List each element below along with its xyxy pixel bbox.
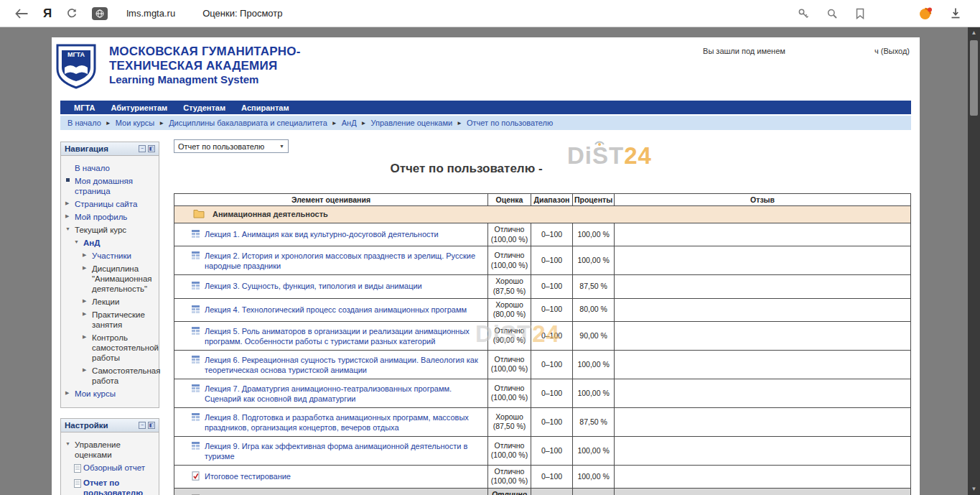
download-icon[interactable] (950, 7, 961, 19)
grade-percent-value: (90,00 %) (490, 336, 529, 346)
chevron-down-icon: ▼ (279, 144, 284, 149)
grade-item-link[interactable]: Лекция 7. Драматургия анимационно-театра… (205, 384, 452, 403)
feedback-value (615, 246, 911, 275)
grade-item-link[interactable]: Лекция 5. Роль аниматоров в организации … (205, 327, 470, 346)
logout-link[interactable]: ч (Выход) (874, 47, 910, 55)
percent-value: 87,50 % (573, 407, 615, 436)
breadcrumb-separator-icon: ► (332, 120, 337, 126)
grade-item-link[interactable]: Лекция 6. Рекреационная сущность туристс… (205, 356, 478, 374)
main-content: Отчет по пользователю ▼ DiST24 Отчет по … (174, 139, 911, 495)
tree-item[interactable]: ▶Практические занятия (63, 310, 157, 330)
grade-value: Отлично (490, 326, 529, 336)
grade-item-link[interactable]: Лекция 3. Сущность, функция, типология и… (205, 282, 422, 290)
tree-item[interactable]: Моя домашняя страница (63, 176, 157, 196)
tree-item-label: Страницы сайта (75, 199, 137, 209)
tree-spacer (65, 163, 75, 165)
reload-icon[interactable] (66, 8, 78, 19)
tree-item-label: Самостоятельная работа (92, 366, 160, 386)
grade-table-body: Анимационная деятельностьЛекция 1. Анима… (174, 206, 911, 495)
block-collapse-icon[interactable]: − (139, 145, 146, 152)
breadcrumb-link[interactable]: АнД (342, 119, 357, 127)
main-nav-item[interactable]: МГТА (66, 103, 103, 112)
grade-item-link[interactable]: Лекция 2. История и хронология массовых … (205, 251, 475, 270)
range-value: 0–100 (531, 246, 573, 275)
scrollbar-thumb[interactable] (970, 40, 978, 116)
login-prefix: Вы зашли под именем (703, 47, 785, 55)
grade-item-link[interactable]: Лекция 4. Технологический процесс создан… (205, 305, 467, 314)
grade-cell: Отлично(100,00 %) (488, 465, 531, 488)
grade-item-row: Лекция 6. Рекреационная сущность туристс… (174, 350, 911, 379)
report-page-icon (74, 478, 83, 490)
range-value: 0–100 (531, 465, 573, 488)
site-title-line1: МОСКОВСКАЯ ГУМАНИТАРНО- (109, 45, 301, 59)
percent-value: 100,00 % (573, 465, 615, 488)
scrollbar-down-icon[interactable]: ▼ (968, 484, 980, 495)
tree-item[interactable]: ▶Мой профиль (63, 212, 157, 222)
chevron-right-icon: ▶ (65, 389, 75, 397)
grade-item-link[interactable]: Лекция 8. Подготовка и разработка анимац… (205, 413, 469, 432)
site-header: МГТА МОСКОВСКАЯ ГУМАНИТАРНО- ТЕХНИЧЕСКАЯ… (52, 37, 920, 101)
breadcrumb-link[interactable]: Отчет по пользователю (467, 119, 553, 127)
tree-item-label: Текущий курс (75, 225, 126, 235)
password-manager-key-icon[interactable] (798, 8, 809, 19)
tree-item[interactable]: ▶Дисциплина "Анимационная деятельность" (63, 264, 157, 294)
chevron-right-icon: ▶ (65, 212, 75, 220)
tree-item[interactable]: ▼АнД (63, 238, 157, 248)
grade-item-link[interactable]: Лекция 9. Игра как эффективная форма ани… (205, 442, 467, 461)
tree-item-label: Управление оценками (75, 440, 157, 460)
tree-item-label: Дисциплина "Анимационная деятельность" (92, 264, 157, 294)
breadcrumb-link[interactable]: Дисциплины бакалавриата и специалитета (169, 119, 327, 127)
yandex-browser-icon[interactable]: Я (43, 6, 52, 21)
grade-item-link[interactable]: Итоговое тестирование (205, 472, 291, 481)
yandex-services-notification-icon[interactable] (918, 6, 933, 21)
chevron-right-icon: ▶ (83, 333, 92, 341)
column-header: Диапазон (531, 194, 573, 206)
range-value: 0–100 (531, 436, 573, 465)
range-value: 0–100 (531, 407, 573, 436)
tree-item[interactable]: ▼Текущий курс (63, 225, 157, 235)
feedback-value (615, 350, 911, 379)
main-nav-item[interactable]: Абитуриентам (103, 103, 175, 112)
grade-value: Отлично (490, 384, 529, 394)
main-nav: МГТААбитуриентамСтудентамАспирантам (60, 101, 911, 114)
tree-item[interactable]: Обзорный отчет (63, 463, 157, 475)
lesson-icon (191, 441, 200, 452)
grade-item-link[interactable]: Лекция 1. Анимация как вид культурно-дос… (205, 230, 439, 239)
tree-item[interactable]: ▶Страницы сайта (63, 199, 157, 209)
main-nav-item[interactable]: Аспирантам (233, 103, 297, 112)
window-scrollbar[interactable]: ▲ ▼ (968, 27, 980, 495)
breadcrumb-link[interactable]: В начало (67, 119, 101, 127)
search-icon[interactable] (826, 8, 838, 19)
lesson-icon (191, 355, 200, 366)
breadcrumb-separator-icon: ► (106, 120, 111, 126)
scrollbar-up-icon[interactable]: ▲ (968, 27, 980, 39)
tree-item[interactable]: ▶Самостоятельная работа (63, 366, 157, 386)
grade-percent-value: (100,00 %) (490, 450, 529, 461)
block-collapse-icon[interactable]: − (139, 422, 146, 429)
tree-item[interactable]: В начало (63, 163, 157, 173)
settings-block-header: Настройки − ◧ (61, 419, 159, 432)
address-bar-url[interactable]: lms.mgta.ru (126, 8, 175, 19)
settings-block: Настройки − ◧ ▼Управление оценкамиОбзорн… (60, 418, 159, 495)
breadcrumb-link[interactable]: Мои курсы (116, 119, 154, 127)
folder-icon (193, 209, 205, 220)
tree-item[interactable]: ▶Мои курсы (63, 389, 157, 399)
block-dock-icon[interactable]: ◧ (148, 422, 155, 429)
main-nav-item[interactable]: Студентам (175, 103, 233, 112)
bookmark-flag-icon[interactable] (855, 8, 865, 19)
tree-item[interactable]: Отчет по пользователю (63, 478, 157, 495)
block-dock-icon[interactable]: ◧ (148, 145, 155, 152)
column-header: Проценты (573, 194, 615, 206)
range-value: 0–100 (531, 275, 573, 298)
back-icon[interactable] (14, 8, 29, 19)
tree-item[interactable]: ▼Управление оценками (63, 440, 157, 460)
tree-item[interactable]: ▶Контроль самостоятельной работы (63, 333, 157, 363)
breadcrumb-link[interactable]: Управление оценками (371, 119, 453, 127)
tree-item[interactable]: ▶Участники (63, 251, 157, 261)
site-security-globe-icon[interactable] (92, 7, 108, 20)
navigation-block: Навигация − ◧ В началоМоя домашняя стран… (60, 142, 159, 408)
tree-item[interactable]: ▶Лекции (63, 297, 157, 307)
percent-value: 80,00 % (573, 298, 615, 321)
feedback-value (615, 321, 911, 350)
report-type-select[interactable]: Отчет по пользователю ▼ (174, 139, 289, 153)
